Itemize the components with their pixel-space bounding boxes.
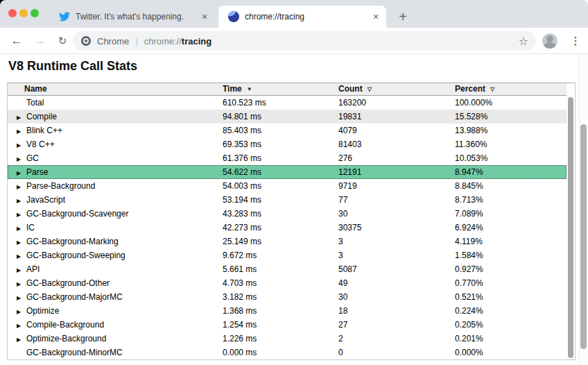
expand-arrow-icon[interactable]: ▶ (17, 208, 26, 222)
table-row[interactable]: ▶Blink C++85.403 ms407913.988% (8, 124, 567, 137)
row-percent-cell: 0.927% (455, 262, 567, 278)
table-row[interactable]: ▶API5.661 ms50870.927% (8, 262, 567, 276)
row-time-cell: 1.368 ms (223, 304, 338, 319)
row-time-cell: 94.801 ms (223, 110, 338, 125)
row-name-cell: ▶IC (8, 221, 223, 236)
column-header-name[interactable]: Name (8, 83, 223, 95)
row-name-cell: ▶API (8, 262, 223, 278)
row-name-cell: ▶GC-Background-Other (8, 276, 223, 291)
close-window-button[interactable] (8, 9, 17, 17)
row-name-cell: ▶Compile (8, 110, 223, 125)
table-row[interactable]: ▶GC61.376 ms27610.053% (8, 151, 567, 165)
bookmark-star-icon[interactable]: ☆ (519, 35, 528, 48)
expand-arrow-icon[interactable]: ▶ (17, 194, 26, 208)
tab-title: chrome://tracing (245, 12, 370, 22)
row-time-cell: 1.254 ms (223, 318, 338, 333)
row-name-label: GC-Background-MajorMC (26, 292, 123, 302)
row-percent-cell: 100.000% (455, 96, 567, 110)
table-row[interactable]: ▶GC-Background-Marking25.149 ms34.119% (8, 235, 567, 248)
row-name-label: API (26, 264, 40, 274)
tab-twitter[interactable]: Twitter. It's what's happening. ✕ (49, 6, 215, 28)
sort-arrow-icon: ▽ (490, 86, 494, 92)
row-percent-cell: 4.119% (455, 235, 567, 250)
expand-arrow-icon[interactable]: ▶ (17, 291, 26, 305)
row-name-cell: ▶GC-Background-Marking (8, 235, 223, 250)
close-tab-icon[interactable]: ✕ (370, 10, 382, 23)
row-time-cell: 61.376 ms (223, 151, 338, 167)
table-row[interactable]: ▶GC-Background-Scavenger43.283 ms307.089… (8, 207, 567, 221)
expand-arrow-icon[interactable]: ▶ (17, 236, 26, 250)
row-percent-cell: 8.845% (455, 179, 567, 194)
expand-arrow-icon[interactable]: ▶ (17, 139, 26, 153)
table-row[interactable]: ▶Optimize-Background1.226 ms20.201% (8, 332, 567, 346)
expand-arrow-icon[interactable]: ▶ (17, 125, 26, 139)
expand-arrow-icon[interactable]: ▶ (17, 153, 26, 167)
minimize-window-button[interactable] (19, 9, 28, 17)
row-name-label: IC (26, 223, 35, 232)
tab-title: Twitter. It's what's happening. (76, 12, 198, 22)
back-button[interactable]: ← (7, 28, 26, 54)
table-row[interactable]: ▶V8 C++69.353 ms8140311.360% (8, 137, 567, 151)
expand-arrow-icon[interactable]: ▶ (17, 278, 26, 291)
runtime-call-stats-table: NameTime▼Count▽Percent▽ Total610.523 ms1… (7, 83, 576, 360)
row-percent-cell: 10.053% (455, 151, 567, 167)
row-count-cell: 0 (338, 346, 455, 359)
table-row[interactable]: ▶IC42.273 ms303756.924% (8, 221, 567, 235)
expand-arrow-icon[interactable]: ▶ (17, 180, 26, 194)
column-header-time[interactable]: Time▼ (223, 83, 338, 95)
row-count-cell: 30375 (338, 221, 455, 236)
tab-tracing[interactable]: chrome://tracing ✕ (218, 6, 386, 28)
table-row[interactable]: ▶GC-Background-MajorMC3.182 ms300.521% (8, 290, 567, 304)
row-time-cell: 610.523 ms (223, 96, 338, 110)
row-name-cell: ▶GC-Background-Scavenger (8, 207, 223, 222)
column-header-count[interactable]: Count▽ (338, 83, 455, 95)
tab-bar: Twitter. It's what's happening. ✕ chrome… (0, 0, 588, 28)
expand-arrow-icon[interactable]: ▶ (17, 319, 26, 333)
row-percent-cell: 6.924% (455, 221, 567, 236)
column-header-percent[interactable]: Percent▽ (455, 83, 567, 95)
row-name-cell: ▶V8 C++ (8, 137, 223, 153)
browser-menu-icon[interactable]: ⋮ (567, 28, 584, 54)
row-percent-cell: 15.528% (455, 110, 567, 125)
omnibox-site-label: Chrome (97, 36, 129, 46)
row-percent-cell: 13.988% (455, 124, 567, 139)
expand-arrow-icon[interactable]: ▶ (17, 305, 26, 319)
window-scrollbar[interactable] (579, 55, 588, 365)
window-scrollbar-thumb[interactable] (580, 124, 587, 349)
table-row[interactable]: ▶Compile94.801 ms1983115.528% (8, 110, 567, 124)
expand-arrow-icon[interactable]: ▶ (17, 167, 26, 180)
row-name-label: Parse-Background (26, 181, 95, 191)
close-tab-icon[interactable]: ✕ (198, 10, 211, 23)
expand-arrow-icon[interactable]: ▶ (17, 111, 26, 125)
row-name-label: Compile (26, 112, 57, 121)
expand-arrow-icon[interactable]: ▶ (17, 264, 26, 278)
row-count-cell: 49 (338, 276, 455, 291)
row-count-cell: 276 (338, 151, 455, 167)
row-name-label: GC-Background-MinorMC (26, 348, 123, 357)
row-count-cell: 163200 (338, 96, 455, 110)
expand-arrow-icon[interactable]: ▶ (17, 333, 26, 347)
table-row[interactable]: ▶JavaScript53.194 ms778.713% (8, 193, 567, 207)
table-row[interactable]: ▶Compile-Background1.254 ms270.205% (8, 318, 567, 332)
row-name-cell: ▶Parse-Background (8, 179, 223, 194)
expand-arrow-icon[interactable]: ▶ (17, 250, 26, 264)
profile-avatar[interactable] (542, 33, 557, 49)
table-scrollbar-thumb[interactable] (568, 97, 573, 358)
expand-arrow-icon[interactable]: ▶ (17, 222, 26, 236)
table-row[interactable]: ▶GC-Background-Sweeping9.672 ms31.584% (8, 248, 567, 262)
table-row[interactable]: ▶Parse54.622 ms121918.947% (8, 165, 567, 179)
table-row[interactable]: GC-Background-MinorMC0.000 ms00.000% (8, 346, 567, 359)
reload-button[interactable]: ↻ (53, 28, 72, 54)
table-row[interactable]: ▶GC-Background-Other4.703 ms490.770% (8, 276, 567, 290)
table-row[interactable]: ▶Optimize1.368 ms180.224% (8, 304, 567, 318)
sort-arrow-icon: ▽ (368, 86, 372, 92)
row-time-cell: 54.003 ms (223, 179, 338, 194)
zoom-window-button[interactable] (31, 9, 39, 17)
row-count-cell: 3 (338, 235, 455, 250)
table-row[interactable]: ▶Parse-Background54.003 ms97198.845% (8, 179, 567, 193)
table-row[interactable]: Total610.523 ms163200100.000% (8, 96, 567, 110)
row-name-label: GC-Background-Other (26, 278, 110, 288)
new-tab-button[interactable]: + (394, 8, 412, 26)
sort-arrow-icon: ▼ (247, 86, 252, 92)
omnibox[interactable]: Chrome | chrome:// tracing ☆ (73, 31, 536, 51)
